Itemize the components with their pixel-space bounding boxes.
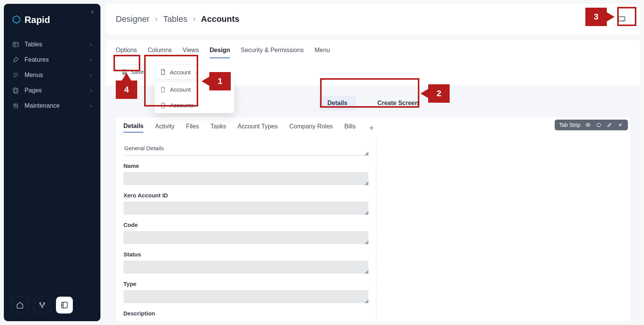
panel-tabs: Details Activity Files Tasks Account Typ… <box>116 123 630 137</box>
field-input[interactable] <box>123 231 368 244</box>
brand-logo: Rapid <box>4 4 100 37</box>
field-description[interactable]: Description <box>123 310 368 317</box>
svg-point-14 <box>597 123 600 126</box>
svg-point-8 <box>41 306 43 307</box>
workflow-button[interactable] <box>34 297 51 314</box>
field-type[interactable]: Type <box>123 281 368 303</box>
panel-tab-tasks[interactable]: Tasks <box>210 123 226 132</box>
pages-icon <box>12 87 19 94</box>
field-status[interactable]: Status <box>123 251 368 274</box>
edit-icon[interactable] <box>606 122 613 128</box>
maintenance-icon <box>12 102 19 109</box>
tab-views[interactable]: Views <box>182 47 199 58</box>
menus-icon <box>12 72 19 79</box>
sidebar-item-features[interactable]: Features › <box>4 52 100 67</box>
panel-tab-bills[interactable]: Bills <box>344 123 355 132</box>
dropdown-item-accounts[interactable]: Accounts <box>154 97 234 113</box>
callout-3: 3 <box>585 8 607 26</box>
callout-4: 4 <box>116 80 137 99</box>
tab-security[interactable]: Security & Permissions <box>241 47 304 58</box>
chevron-right-icon: › <box>193 14 196 24</box>
add-tab-button[interactable]: ＋ <box>367 123 376 132</box>
save-label: Save <box>131 69 144 75</box>
svg-point-6 <box>39 302 41 304</box>
breadcrumb-tables[interactable]: Tables <box>163 14 187 24</box>
document-icon <box>160 87 166 93</box>
tab-design[interactable]: Design <box>210 47 230 58</box>
document-icon <box>160 69 166 75</box>
design-toolbar: Save Account ⌄ Account <box>106 58 640 80</box>
sidebar-item-label: Maintenance <box>25 102 60 109</box>
panel-column-left: General Details Name Xero Account ID Cod… <box>116 137 376 320</box>
svg-rect-10 <box>619 17 625 21</box>
field-input[interactable] <box>123 290 368 303</box>
panel-tab-details[interactable]: Details <box>123 123 143 133</box>
field-xero-account-id[interactable]: Xero Account ID <box>123 192 368 215</box>
panel-tab-account-types[interactable]: Account Types <box>238 123 278 132</box>
circle-icon[interactable] <box>596 122 602 128</box>
breadcrumb-bar: Designer › Tables › Accounts <box>106 4 640 34</box>
field-label: Xero Account ID <box>123 192 368 199</box>
field-input[interactable] <box>123 172 368 185</box>
field-input[interactable] <box>123 261 368 274</box>
chevron-right-icon: › <box>90 102 92 109</box>
sidebar-item-menus[interactable]: Menus › <box>4 67 100 83</box>
save-button[interactable]: Save <box>116 64 150 79</box>
breadcrumb-current: Accounts <box>201 14 239 24</box>
field-label: Status <box>123 251 368 258</box>
close-icon[interactable] <box>617 122 623 128</box>
sidebar-item-label: Menus <box>25 72 43 79</box>
tab-menu[interactable]: Menu <box>315 47 330 58</box>
svg-point-7 <box>43 302 44 304</box>
panel-tab-company-roles[interactable]: Company Roles <box>289 123 333 132</box>
preview-button[interactable] <box>613 11 630 28</box>
designer-icon <box>61 301 68 309</box>
panel-tab-files[interactable]: Files <box>186 123 199 132</box>
field-label: Description <box>123 310 368 317</box>
profile-dropdown-button[interactable]: Account ⌄ <box>154 64 205 80</box>
tab-columns[interactable]: Columns <box>148 47 172 58</box>
dropdown-selected-label: Account <box>170 69 191 76</box>
home-button[interactable] <box>12 297 28 314</box>
segment-details[interactable]: Details <box>319 96 356 110</box>
workflow-icon <box>38 301 46 309</box>
sidebar-collapse-button[interactable] <box>88 8 97 16</box>
tab-options[interactable]: Options <box>116 47 137 58</box>
visibility-icon[interactable] <box>585 122 591 128</box>
svg-point-13 <box>587 124 589 126</box>
chevron-right-icon: › <box>90 56 92 63</box>
chevron-right-icon: › <box>155 14 158 24</box>
sidebar-item-label: Pages <box>25 87 42 94</box>
panel-tab-activity[interactable]: Activity <box>155 123 174 132</box>
brand-text: Rapid <box>25 15 50 25</box>
field-label: Type <box>123 281 368 287</box>
svg-rect-0 <box>13 42 18 47</box>
sidebar-item-tables[interactable]: Tables › <box>4 37 100 52</box>
segment-create-screen[interactable]: Create Screen <box>369 96 427 110</box>
design-canvas: Details Create Screen Tab Strip Details … <box>106 86 640 321</box>
field-label: Name <box>123 162 368 169</box>
tables-icon <box>12 41 19 48</box>
sidebar-bottom-tools <box>4 289 100 321</box>
callout-2: 2 <box>428 84 450 103</box>
layout-panel: Tab Strip Details Activity Files Tasks A… <box>116 117 630 321</box>
callout-1: 1 <box>209 72 231 90</box>
svg-point-3 <box>13 105 15 106</box>
hexagon-icon <box>12 15 21 25</box>
features-icon <box>12 56 19 63</box>
field-code[interactable]: Code <box>123 222 368 244</box>
designer-button[interactable] <box>56 297 73 314</box>
svg-point-4 <box>15 104 16 105</box>
home-icon <box>16 301 24 309</box>
widget-chip-label: Tab Strip <box>559 122 580 128</box>
sidebar-item-pages[interactable]: Pages › <box>4 83 100 98</box>
field-input[interactable] <box>123 202 368 215</box>
breadcrumb: Designer › Tables › Accounts <box>116 14 240 24</box>
sidebar: Rapid Tables › Features › Menus › Pages … <box>4 4 100 321</box>
sidebar-nav: Tables › Features › Menus › Pages › Main… <box>4 37 100 289</box>
chevron-right-icon: › <box>90 41 92 48</box>
field-name[interactable]: Name <box>123 162 368 185</box>
section-title[interactable]: General Details <box>123 141 368 156</box>
breadcrumb-designer[interactable]: Designer <box>116 14 150 24</box>
sidebar-item-maintenance[interactable]: Maintenance › <box>4 98 100 113</box>
